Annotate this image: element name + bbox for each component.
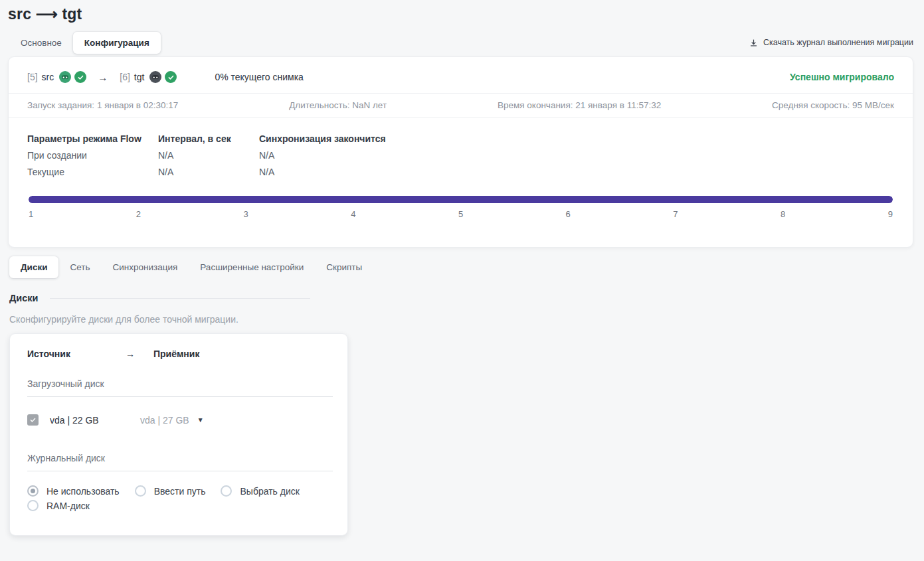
boot-disk-target-select[interactable]: vda | 27 GB ▼ — [140, 415, 204, 426]
disk-card-header: Источник → Приёмник — [27, 349, 330, 359]
journal-disk-options: Не использовать Ввести путь Выбрать диск… — [27, 485, 330, 511]
page-title: src ⟶ tgt — [0, 0, 924, 23]
radio-icon — [221, 485, 232, 497]
tick: 4 — [351, 209, 355, 219]
disks-section-title: Диски — [9, 293, 38, 303]
section-divider — [50, 298, 310, 299]
radio-ram-disk[interactable]: RAM-диск — [27, 500, 90, 511]
tick: 5 — [458, 209, 463, 219]
boot-disk-label: Загрузочный диск — [27, 378, 333, 397]
flow-params-table: Параметры режима Flow Интервал, в сек Си… — [9, 118, 913, 181]
radio-icon — [135, 485, 146, 497]
tab-network[interactable]: Сеть — [58, 256, 101, 278]
radio-no-use[interactable]: Не использовать — [27, 485, 120, 497]
disks-section-header: Диски — [9, 293, 924, 303]
snapshot-progress: 0% текущего снимка — [215, 72, 303, 82]
stat-avg-speed: Средняя скорость: 95 MB/сек — [772, 100, 894, 110]
boot-disk-source: vda | 22 GB — [50, 415, 140, 426]
main-tabbar: Основное Конфигурация Скачать журнал вып… — [9, 30, 913, 55]
stats-row: Запуск задания: 1 января в 02:30:17 Длит… — [9, 93, 913, 118]
tick: 2 — [136, 209, 141, 219]
progress-ticks: 1 2 3 4 5 6 7 8 9 — [29, 209, 893, 247]
flow-col-interval: Интервал, в сек — [158, 131, 259, 147]
download-icon — [749, 39, 758, 47]
tick: 6 — [566, 209, 571, 219]
radio-enter-path[interactable]: Ввести путь — [135, 485, 206, 497]
migration-arrow: → — [98, 72, 108, 83]
disks-section-description: Сконфигурируйте диски для более точной м… — [9, 314, 924, 325]
source-agent-icon — [59, 71, 71, 83]
download-migration-log-link[interactable]: Скачать журнал выполнения миграции — [749, 38, 913, 47]
tick: 7 — [673, 209, 678, 219]
tab-scripts[interactable]: Скрипты — [315, 256, 373, 278]
tab-advanced-settings[interactable]: Расширенные настройки — [189, 256, 315, 278]
target-name: tgt — [134, 72, 145, 82]
flow-table-header: Параметры режима Flow Интервал, в сек Си… — [27, 131, 894, 147]
boot-disk-checkbox[interactable] — [27, 414, 39, 426]
source-check-icon — [74, 71, 86, 83]
table-row: Текущие N/A N/A — [27, 164, 894, 181]
target-column-header: Приёмник — [153, 349, 199, 359]
tick: 1 — [29, 209, 33, 219]
tick: 3 — [243, 209, 248, 219]
migration-status: Успешно мигрировало — [790, 72, 894, 82]
migration-card: [5] src → [6] tgt 0% текущего снимка Усп… — [8, 56, 913, 248]
boot-disk-target-value: vda | 27 GB — [140, 415, 189, 426]
stat-end-time: Время окончания: 21 января в 11:57:32 — [498, 100, 661, 110]
tab-configuration[interactable]: Конфигурация — [73, 32, 161, 54]
source-name: src — [42, 72, 54, 82]
stat-duration: Длительность: NaN лет — [289, 100, 387, 110]
mapping-arrow: → — [126, 349, 135, 359]
target-index: [6] — [120, 72, 130, 82]
target-check-icon — [165, 71, 177, 83]
page: src ⟶ tgt Основное Конфигурация Скачать … — [0, 0, 924, 561]
stat-start: Запуск задания: 1 января в 02:30:17 — [27, 100, 178, 110]
radio-row: RAM-диск — [27, 500, 330, 511]
flow-col-params: Параметры режима Flow — [27, 131, 158, 147]
target-agent-icon — [149, 71, 161, 83]
chevron-down-icon: ▼ — [197, 416, 204, 424]
progress-fill — [29, 196, 893, 203]
journal-disk-label: Журнальный диск — [27, 453, 333, 471]
download-label: Скачать журнал выполнения миграции — [763, 38, 913, 47]
flow-col-sync-end: Синхронизация закончится — [259, 131, 894, 147]
source-index: [5] — [27, 72, 38, 82]
boot-disk-row: vda | 22 GB vda | 27 GB ▼ — [27, 414, 330, 426]
tick: 8 — [781, 209, 785, 219]
table-row: При создании N/A N/A — [27, 147, 894, 164]
tab-synchronization[interactable]: Синхронизация — [102, 256, 189, 278]
radio-select-disk[interactable]: Выбрать диск — [221, 485, 299, 497]
source-column-header: Источник — [27, 349, 126, 359]
tick: 9 — [888, 209, 893, 219]
config-tabbar: Диски Сеть Синхронизация Расширенные нас… — [9, 254, 913, 280]
disk-mapping-card: Источник → Приёмник Загрузочный диск vda… — [9, 333, 348, 536]
radio-icon — [27, 485, 39, 497]
progress-bar — [29, 196, 893, 203]
radio-icon — [27, 500, 39, 511]
tab-disks[interactable]: Диски — [9, 256, 58, 278]
tab-main[interactable]: Основное — [9, 32, 73, 54]
radio-row: Не использовать Ввести путь Выбрать диск — [27, 485, 330, 497]
migration-header-row: [5] src → [6] tgt 0% текущего снимка Усп… — [9, 57, 913, 93]
